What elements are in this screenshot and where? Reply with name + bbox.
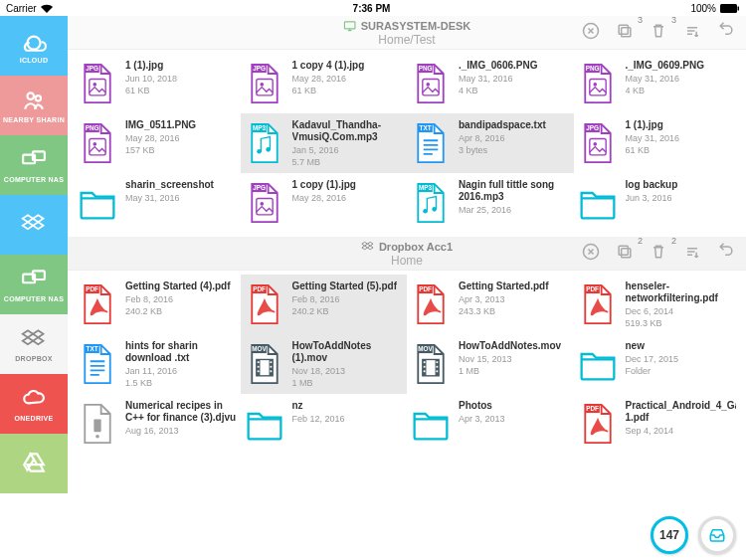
svg-rect-72 [270,361,272,363]
undo-btn[interactable] [716,242,736,266]
svg-point-28 [593,83,597,87]
fab-count[interactable]: 147 [651,516,688,554]
file-item[interactable]: Numerical recipes in C++ for finance (3)… [74,394,241,454]
copy-btn[interactable]: 3 [615,21,635,45]
wifi-icon [41,4,53,13]
svg-text:PNG: PNG [419,65,433,72]
file-item[interactable]: TXTbandipadspace.txtApr 8, 20163 bytes [407,113,574,173]
file-item[interactable]: log backupJun 3, 2016 [574,173,741,233]
svg-rect-81 [424,366,426,368]
section-header-1: Dropbox Acc1Home22 [68,237,746,271]
close-btn[interactable] [581,242,601,266]
sidebar-item-4[interactable]: COMPUTER NAS [0,255,68,314]
sidebar-item-6[interactable]: ONEDRIVE [0,374,68,434]
file-item[interactable]: TXThints for sharin download .txtJan 11,… [74,334,241,394]
svg-rect-12 [619,25,628,34]
svg-point-24 [426,83,430,87]
sort-btn[interactable] [682,242,702,266]
file-date: Sep 4, 2014 [626,426,737,436]
file-item[interactable]: JPG1 copy (1).jpgMay 28, 2016 [241,173,408,233]
file-size: 519.3 KB [626,318,737,328]
svg-rect-53 [619,246,628,255]
file-size: 61 KB [626,145,680,155]
file-grid-1: PDFGetting Started (4).pdfFeb 8, 2016240… [68,271,746,458]
file-date: May 28, 2016 [292,74,365,84]
svg-point-3 [28,93,35,99]
sidebar-item-1[interactable]: NEARBY SHARIN [0,76,68,135]
file-type-icon [578,340,618,388]
file-name: Getting Started.pdf [459,280,549,292]
file-date: May 28, 2016 [292,193,356,203]
file-date: Jun 10, 2018 [125,74,177,84]
fab-inbox[interactable] [698,516,736,554]
sidebar-item-7[interactable] [0,434,68,493]
file-type-icon: JPG [245,179,284,227]
file-size: 1 MB [292,378,404,388]
file-item[interactable]: PDFhenseler-networkfiltering.pdfDec 6, 2… [574,275,741,334]
file-item[interactable]: PDFGetting Started.pdfApr 3, 2013243.3 K… [407,275,574,334]
svg-point-42 [593,142,597,146]
svg-rect-86 [93,419,100,432]
file-size: 1.5 KB [125,378,237,388]
sidebar-item-0[interactable]: iCLOUD [0,16,68,76]
file-type-icon: MOV [411,340,451,388]
file-item[interactable]: JPG1 (1).jpgJun 10, 201861 KB [74,54,241,113]
file-name: hints for sharin download .txt [125,340,237,364]
file-item[interactable]: PDFPractical_Android_4_Games_Development… [574,394,741,454]
svg-rect-69 [257,361,259,363]
file-grid-0: JPG1 (1).jpgJun 10, 201861 KBJPG1 copy 4… [68,50,746,237]
file-item[interactable]: PNG._IMG_0606.PNGMay 31, 20164 KB [407,54,574,113]
svg-text:JPG: JPG [253,65,266,72]
svg-rect-80 [424,361,426,363]
file-date: Apr 3, 2013 [459,294,549,304]
svg-point-46 [260,202,264,206]
file-item[interactable]: PNGIMG_0511.PNGMay 28, 2016157 KB [74,113,241,173]
file-date: Feb 8, 2016 [292,294,398,304]
svg-rect-71 [257,370,259,372]
file-date: Apr 3, 2013 [459,414,505,424]
file-date: May 31, 2016 [626,74,704,84]
file-date: Mar 25, 2016 [459,205,570,215]
file-item[interactable]: MOVHowToAddNotes.movNov 15, 20131 MB [407,334,574,394]
file-item[interactable]: MOVHowToAddNotes (1).movNov 18, 20131 MB [241,334,408,394]
file-item[interactable]: JPG1 (1).jpgMay 31, 201661 KB [574,113,741,173]
battery-pct: 100% [690,3,716,14]
svg-rect-1 [738,6,740,10]
trash-btn[interactable]: 3 [649,21,668,45]
file-item[interactable]: PDFGetting Started (5).pdfFeb 8, 2016240… [241,275,408,334]
sidebar-item-2[interactable]: COMPUTER NAS [0,135,68,195]
file-date: Feb 12, 2016 [292,414,345,424]
file-item[interactable]: newDec 17, 2015Folder [574,334,741,394]
file-item[interactable]: PNG._IMG_0609.PNGMay 31, 20164 KB [574,54,741,113]
file-item[interactable]: JPG1 copy 4 (1).jpgMay 28, 201661 KB [241,54,408,113]
file-date: May 31, 2016 [459,74,537,84]
file-item[interactable]: PhotosApr 3, 2013 [407,394,574,454]
file-item[interactable]: MP3Kadavul_Thandha-VmusiQ.Com.mp3Jan 5, … [241,113,408,173]
file-type-icon [78,179,117,227]
svg-point-32 [93,142,96,146]
close-btn[interactable] [581,21,601,45]
file-size: 243.3 KB [459,306,549,316]
file-type-icon: TXT [78,340,117,388]
file-name: Practical_Android_4_Games_Development 1.… [626,400,737,424]
file-name: 1 (1).jpg [626,119,680,131]
sidebar-item-3[interactable] [0,195,68,255]
undo-btn[interactable] [716,21,736,45]
file-date: Dec 17, 2015 [626,354,679,364]
file-date: Jun 3, 2016 [626,193,678,203]
file-size: 240.2 KB [125,306,231,316]
file-item[interactable]: sharin_screenshotMay 31, 2016 [74,173,241,233]
sidebar-item-5[interactable]: DROPBOX [0,314,68,374]
sort-btn[interactable] [682,21,702,45]
file-type-icon: MP3 [411,179,451,227]
file-item[interactable]: nzFeb 12, 2016 [241,394,408,454]
trash-btn[interactable]: 2 [649,242,668,266]
svg-text:MP3: MP3 [253,124,267,131]
file-type-icon: MP3 [245,119,284,167]
file-type-icon: JPG [245,60,284,107]
copy-btn[interactable]: 2 [615,242,635,266]
file-item[interactable]: PDFGetting Started (4).pdfFeb 8, 2016240… [74,275,241,334]
svg-point-87 [95,435,99,439]
file-type-icon: PNG [411,60,451,107]
file-item[interactable]: MP3Nagin full tittle song 2016.mp3Mar 25… [407,173,574,233]
